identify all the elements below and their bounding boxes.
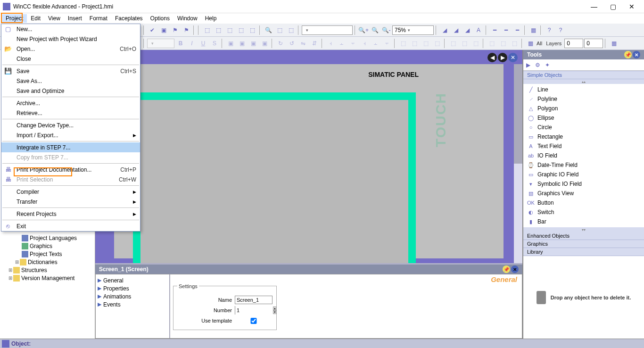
color-a-icon[interactable]: A bbox=[473, 25, 484, 35]
size-icon[interactable]: ⬚ bbox=[448, 38, 458, 49]
menu-item-0[interactable]: ▢New... bbox=[1, 24, 140, 34]
menu-insert[interactable]: Insert bbox=[64, 14, 86, 23]
minimize-button[interactable]: — bbox=[585, 1, 603, 12]
tool-polyline[interactable]: ⟋Polyline bbox=[523, 94, 644, 104]
check-icon[interactable]: ✔ bbox=[147, 25, 157, 35]
menu-item-13[interactable]: Import / Export...▶ bbox=[1, 130, 140, 140]
flag-icon[interactable]: ⚑ bbox=[170, 25, 180, 35]
dist-icon[interactable]: ⬚ bbox=[432, 38, 442, 49]
tool-graphics-view[interactable]: ▧Graphics View bbox=[523, 189, 644, 198]
tool-ellipse[interactable]: ◯Ellipse bbox=[523, 113, 644, 123]
menu-item-6[interactable]: Save As... bbox=[1, 76, 140, 86]
category-animations[interactable]: ▶Animations bbox=[98, 292, 167, 300]
italic-icon[interactable]: I bbox=[187, 38, 197, 49]
help2-icon[interactable]: ? bbox=[555, 25, 566, 35]
align-icon[interactable]: ⫟ bbox=[348, 38, 358, 49]
tree-item[interactable]: ⊞Version Management bbox=[2, 274, 95, 282]
dist-icon[interactable]: ⬚ bbox=[398, 38, 408, 49]
line-icon[interactable]: ━ bbox=[512, 25, 522, 35]
simple-objects-group[interactable]: Simple Objects bbox=[523, 71, 644, 79]
tool-bar[interactable]: ▮Bar bbox=[523, 217, 644, 226]
tree-item[interactable]: ⊞Dictionaries bbox=[2, 258, 95, 266]
menu-help[interactable]: Help bbox=[201, 14, 221, 23]
tool-text-field[interactable]: AText Field bbox=[523, 141, 644, 151]
align-icon[interactable]: ⫠ bbox=[371, 38, 381, 49]
dist-icon[interactable]: ⬚ bbox=[421, 38, 431, 49]
menu-item-2[interactable]: 📂Open...Ctrl+O bbox=[1, 44, 140, 54]
tree-item[interactable]: Graphics bbox=[2, 242, 95, 250]
name-field[interactable] bbox=[235, 296, 272, 304]
layer-icon[interactable]: ▣ bbox=[259, 38, 270, 49]
pattern-icon[interactable]: ▦ bbox=[528, 25, 538, 35]
menu-item-24[interactable]: Recent Projects▶ bbox=[1, 209, 140, 219]
menu-project[interactable]: Project bbox=[2, 14, 27, 23]
close-panel-button[interactable]: ✕ bbox=[633, 51, 640, 58]
align-icon[interactable]: ⫞ bbox=[325, 38, 336, 49]
font-combo[interactable]: ▾ bbox=[147, 39, 174, 48]
layer-icon[interactable]: ▣ bbox=[237, 38, 247, 49]
touch-screen-region[interactable] bbox=[133, 92, 416, 263]
tool-icon[interactable]: ⬚ bbox=[202, 25, 212, 35]
tool-button[interactable]: OKButton bbox=[523, 198, 644, 207]
line-icon[interactable]: ━ bbox=[501, 25, 511, 35]
menu-item-5[interactable]: 💾SaveCtrl+S bbox=[1, 66, 140, 76]
align-icon[interactable]: ⫞ bbox=[359, 38, 370, 49]
tool-graphic-io-field[interactable]: ▭Graphic IO Field bbox=[523, 170, 644, 179]
tool-io-field[interactable]: abIO Field bbox=[523, 151, 644, 160]
menu-item-18[interactable]: 🖶Print Project Documentation...Ctrl+P bbox=[1, 165, 140, 174]
tool-icon[interactable]: ⬚ bbox=[224, 25, 235, 35]
tool-date-time-field[interactable]: ⌚Date-Time Field bbox=[523, 160, 644, 170]
flip-icon[interactable]: ⇵ bbox=[309, 38, 320, 49]
tool-rectangle[interactable]: ▭Rectangle bbox=[523, 132, 644, 141]
tree-item[interactable]: Project Languages bbox=[2, 234, 95, 242]
menu-window[interactable]: Window bbox=[173, 14, 201, 23]
tool-switch[interactable]: ◐Switch bbox=[523, 207, 644, 217]
enhanced-objects-section[interactable]: Enhanced Objects bbox=[523, 232, 644, 240]
prev-screen-button[interactable]: ◀ bbox=[487, 53, 497, 62]
help-icon[interactable]: ? bbox=[544, 25, 554, 35]
menu-view[interactable]: View bbox=[44, 14, 64, 23]
tab-icon[interactable]: ⬚ bbox=[509, 38, 520, 49]
menu-item-26[interactable]: ⎋Exit bbox=[1, 221, 140, 231]
menu-item-21[interactable]: Compiler▶ bbox=[1, 187, 140, 197]
tool-icon[interactable]: ⬚ bbox=[236, 25, 246, 35]
dist-icon[interactable]: ⬚ bbox=[409, 38, 420, 49]
graphics-section[interactable]: Graphics bbox=[523, 240, 644, 248]
pointer-icon[interactable]: ▶ bbox=[526, 62, 530, 68]
layer-spin-2[interactable]: 0 bbox=[584, 39, 603, 48]
color-icon[interactable]: ◢ bbox=[439, 25, 450, 35]
zoom-in-icon[interactable]: 🔍+ bbox=[358, 25, 369, 35]
line-icon[interactable]: ━ bbox=[489, 25, 500, 35]
maximize-button[interactable]: ▢ bbox=[603, 1, 622, 12]
combo-1[interactable]: ▾ bbox=[302, 25, 353, 35]
close-button[interactable]: ✕ bbox=[622, 1, 641, 12]
menu-item-22[interactable]: Transfer▶ bbox=[1, 197, 140, 207]
strike-icon[interactable]: S bbox=[209, 38, 220, 49]
layer-icon[interactable]: ▣ bbox=[225, 38, 236, 49]
tree-item[interactable]: Project Texts bbox=[2, 250, 95, 258]
menu-faceplates[interactable]: Faceplates bbox=[111, 14, 147, 23]
bold-icon[interactable]: B bbox=[175, 38, 186, 49]
menu-item-3[interactable]: Close bbox=[1, 54, 140, 64]
flip-icon[interactable]: ⇋ bbox=[298, 38, 308, 49]
flag2-icon[interactable]: ⚑ bbox=[181, 25, 191, 35]
number-spinner[interactable]: ▲▼ bbox=[235, 306, 272, 315]
zoom-out-icon[interactable]: 🔍- bbox=[381, 25, 391, 35]
category-properties[interactable]: ▶Properties bbox=[98, 284, 167, 292]
layers-icon[interactable]: ▦ bbox=[525, 38, 536, 49]
menu-item-9[interactable]: Archive... bbox=[1, 98, 140, 108]
tool-icon[interactable]: ⬚ bbox=[247, 25, 257, 35]
menu-item-12[interactable]: Change Device Type... bbox=[1, 120, 140, 130]
size-icon[interactable]: ⬚ bbox=[459, 38, 470, 49]
menu-edit[interactable]: Edit bbox=[27, 14, 44, 23]
tool-icon[interactable]: ⬚ bbox=[286, 25, 296, 35]
size-icon[interactable]: ⬚ bbox=[471, 38, 481, 49]
color-icon[interactable]: ◢ bbox=[451, 25, 461, 35]
menu-item-15[interactable]: Integrate in STEP 7... bbox=[1, 142, 140, 152]
template-checkbox[interactable] bbox=[235, 318, 272, 324]
rotate-icon[interactable]: ↻ bbox=[275, 38, 286, 49]
search-icon[interactable]: 🔍 bbox=[263, 25, 273, 35]
library-section[interactable]: Library bbox=[523, 248, 644, 256]
underline-icon[interactable]: U bbox=[198, 38, 208, 49]
color-icon[interactable]: ◢ bbox=[462, 25, 472, 35]
